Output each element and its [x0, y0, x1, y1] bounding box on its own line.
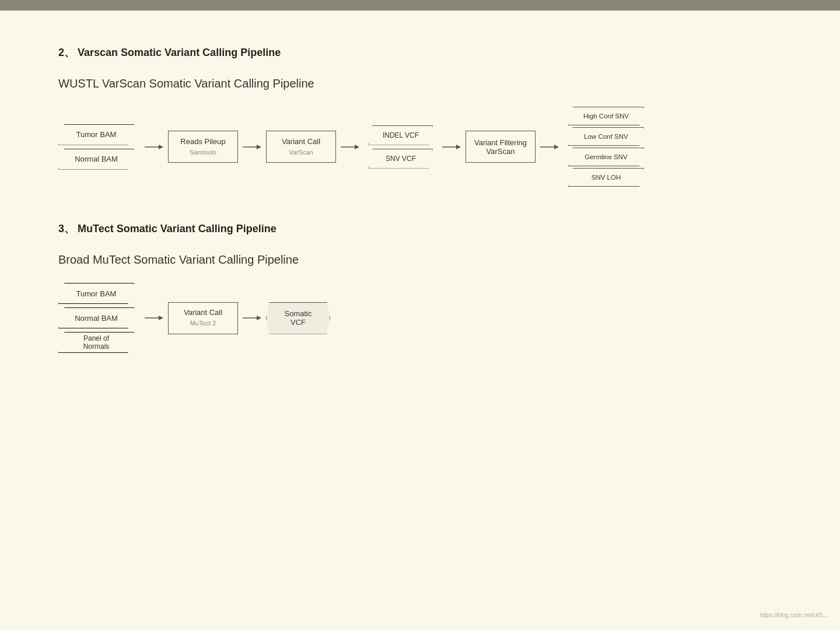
somatic-vcf-output: Somatic VCF: [266, 302, 330, 334]
low-conf-snv: Low Conf SNV: [568, 127, 644, 146]
arrow-svg-2: [243, 143, 261, 151]
svg-marker-9: [554, 145, 559, 149]
svg-marker-7: [456, 145, 461, 149]
arrow-svg-4: [442, 143, 461, 151]
section-3-pipeline-label: Broad MuTect Somatic Variant Calling Pip…: [58, 253, 782, 267]
arrow-svg-1: [145, 143, 163, 151]
arrow-m1: [145, 314, 163, 322]
variant-call-box: Variant Call VarScan: [266, 131, 336, 163]
section-3-title: 3、 MuTect Somatic Variant Calling Pipeli…: [58, 222, 782, 236]
arrow-svg-5: [540, 143, 559, 151]
arrow-svg-m1: [145, 314, 163, 322]
mutect-variant-call-box: Variant Call MuTect 2: [168, 302, 238, 334]
indel-vcf-output: INDEL VCF: [369, 125, 433, 145]
mutect-panel-normals: Panel of Normals: [58, 332, 134, 353]
arrow-5: [540, 143, 559, 151]
arrow-svg-3: [341, 143, 359, 151]
section-2-title: 2、 Varscan Somatic Variant Calling Pipel…: [58, 46, 782, 60]
variant-filtering-box: Variant Filtering VarScan: [466, 131, 536, 163]
germline-snv: Germline SNV: [568, 148, 644, 166]
section-3: 3、 MuTect Somatic Variant Calling Pipeli…: [58, 222, 782, 353]
arrow-3: [341, 143, 359, 151]
final-output-stack: High Conf SNV Low Conf SNV Germline SNV …: [568, 107, 644, 187]
svg-marker-1: [159, 145, 163, 149]
svg-marker-5: [355, 145, 359, 149]
svg-marker-13: [257, 316, 261, 320]
svg-marker-3: [257, 145, 261, 149]
watermark: https://blog.csdn.net/u01...: [760, 612, 828, 618]
svg-marker-11: [159, 316, 163, 320]
mutect-input-group: Tumor BAM Normal BAM Panel of Normals: [58, 283, 134, 353]
reads-pileup-box: Reads Pileup Samtools: [168, 131, 238, 163]
arrow-4: [442, 143, 461, 151]
normal-bam-input: Normal BAM: [58, 149, 134, 170]
mutect-normal-bam: Normal BAM: [58, 307, 134, 328]
vcf-output-group: INDEL VCF SNV VCF: [369, 125, 433, 169]
tumor-bam-input: Tumor BAM: [58, 124, 134, 145]
arrow-m2: [243, 314, 261, 322]
snv-vcf-output: SNV VCF: [369, 149, 433, 169]
varscan-input-group: Tumor BAM Normal BAM: [58, 124, 134, 170]
high-conf-snv: High Conf SNV: [568, 107, 644, 125]
arrow-2: [243, 143, 261, 151]
section-2: 2、 Varscan Somatic Variant Calling Pipel…: [58, 46, 782, 187]
main-content: 2、 Varscan Somatic Variant Calling Pipel…: [0, 10, 840, 411]
mutect-tumor-bam: Tumor BAM: [58, 283, 134, 304]
snv-loh: SNV LOH: [568, 168, 644, 187]
top-bar: [0, 0, 840, 10]
arrow-svg-m2: [243, 314, 261, 322]
arrow-1: [145, 143, 163, 151]
section-2-pipeline-label: WUSTL VarScan Somatic Variant Calling Pi…: [58, 77, 782, 90]
